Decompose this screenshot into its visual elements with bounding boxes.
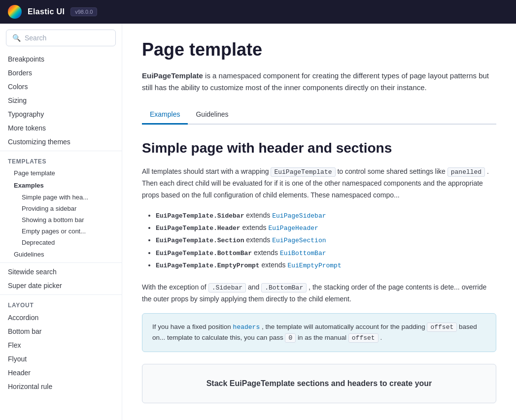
elastic-ui-logo <box>8 5 22 19</box>
bottombar-code: .BottomBar <box>261 283 307 292</box>
version-badge: v98.0.0 <box>70 7 97 16</box>
sidebar-item-header[interactable]: Header <box>0 366 122 380</box>
sidebar-item-bottom-bar[interactable]: Showing a bottom bar <box>0 214 122 226</box>
info-box: If you have a fixed position headers , t… <box>142 313 496 353</box>
preview-title: Stack EuiPageTemplate sections and heade… <box>206 379 432 388</box>
search-icon: 🔍 <box>12 34 21 42</box>
link-headers[interactable]: headers <box>233 323 260 331</box>
sidebar-item-customizing-themes[interactable]: Customizing themes <box>0 135 122 149</box>
sidebar-item-simple-page[interactable]: Simple page with hea... <box>0 192 122 203</box>
list-item-header: EuiPageTemplate.Header extends EuiPageHe… <box>156 222 496 234</box>
list-item-bottombar: EuiPageTemplate.BottomBar extends EuiBot… <box>156 247 496 259</box>
top-navigation: Elastic UI v98.0.0 <box>0 0 516 24</box>
sidebar-divider-1 <box>0 151 122 151</box>
section-title: Simple page with header and sections <box>142 140 496 156</box>
sidebar-item-deprecated[interactable]: Deprecated <box>0 237 122 248</box>
sidebar: 🔍 Search Breakpoints Borders Colors Sizi… <box>0 24 122 420</box>
sidebar-item-flyout[interactable]: Flyout <box>0 352 122 366</box>
link-euiBottomBar[interactable]: EuiBottomBar <box>280 250 326 257</box>
sidebar-item-empty-pages[interactable]: Empty pages or cont... <box>0 226 122 237</box>
list-item-section: EuiPageTemplate.Section extends EuiPageS… <box>156 234 496 246</box>
main-content: Page template EuiPageTemplate is a names… <box>122 24 516 420</box>
list-item-sidebar: EuiPageTemplate.Sidebar extends EuiPageS… <box>156 209 496 222</box>
sidebar-item-flex[interactable]: Flex <box>0 338 122 352</box>
sidebar-item-examples: Examples <box>0 179 122 192</box>
sidebar-divider-3 <box>0 294 122 295</box>
offset-code-1: offset <box>427 323 457 332</box>
link-euiPageHeader[interactable]: EuiPageHeader <box>268 225 318 232</box>
layout-section-label: Layout <box>0 297 122 311</box>
sidebar-divider-2 <box>0 262 122 263</box>
sidebar-item-page-template[interactable]: Page template <box>0 167 122 179</box>
sidebar-item-horizontal-rule[interactable]: Horizontal rule <box>0 380 122 393</box>
panelled-code: panelled <box>447 167 485 177</box>
sidebar-code: .Sidebar <box>208 283 246 292</box>
sidebar-item-super-date-picker[interactable]: Super date picker <box>0 279 122 292</box>
tab-examples[interactable]: Examples <box>142 105 188 125</box>
tab-guidelines[interactable]: Guidelines <box>188 105 236 125</box>
link-euiPageSidebar[interactable]: EuiPageSidebar <box>272 212 326 220</box>
sidebar-item-typography[interactable]: Typography <box>0 107 122 121</box>
sidebar-item-providing-sidebar[interactable]: Providing a sidebar <box>0 203 122 214</box>
sidebar-scroll: Breakpoints Borders Colors Sizing Typogr… <box>0 52 122 420</box>
body-paragraph-2: With the exception of .Sidebar and .Bott… <box>142 282 496 305</box>
main-layout: 🔍 Search Breakpoints Borders Colors Sizi… <box>0 24 516 420</box>
link-euiEmptyPrompt[interactable]: EuiEmptyPrompt <box>287 262 341 269</box>
eui-page-template-code: EuiPageTemplate <box>142 71 203 80</box>
content-tabs: Examples Guidelines <box>142 105 496 125</box>
euiPageTemplate-code: EuiPageTemplate <box>271 167 335 177</box>
components-list: EuiPageTemplate.Sidebar extends EuiPageS… <box>142 209 496 272</box>
sidebar-item-breakpoints[interactable]: Breakpoints <box>0 52 122 66</box>
page-title: Page template <box>142 39 496 60</box>
sidebar-item-more-tokens[interactable]: More tokens <box>0 121 122 135</box>
page-description: EuiPageTemplate is a namespaced componen… <box>142 70 496 94</box>
search-box[interactable]: 🔍 Search <box>6 30 116 46</box>
zero-code: 0 <box>285 333 296 343</box>
sidebar-item-guidelines[interactable]: Guidelines <box>0 248 122 260</box>
offset-code-2: offset <box>348 333 378 343</box>
link-euiPageSection[interactable]: EuiPageSection <box>272 237 326 244</box>
body-paragraph-1: All templates should start with a wrappi… <box>142 166 496 201</box>
sidebar-item-sizing[interactable]: Sizing <box>0 94 122 107</box>
templates-section-label: Templates <box>0 153 122 167</box>
sidebar-item-borders[interactable]: Borders <box>0 66 122 80</box>
sidebar-item-sitewide-search[interactable]: Sitewide search <box>0 265 122 279</box>
sidebar-item-accordion[interactable]: Accordion <box>0 311 122 324</box>
sidebar-item-colors[interactable]: Colors <box>0 80 122 94</box>
app-title: Elastic UI <box>28 7 65 16</box>
sidebar-item-bottom-bar-layout[interactable]: Bottom bar <box>0 324 122 338</box>
preview-box: Stack EuiPageTemplate sections and heade… <box>142 364 496 403</box>
list-item-emptyprompt: EuiPageTemplate.EmptyPrompt extends EuiE… <box>156 259 496 271</box>
search-placeholder: Search <box>25 34 46 42</box>
